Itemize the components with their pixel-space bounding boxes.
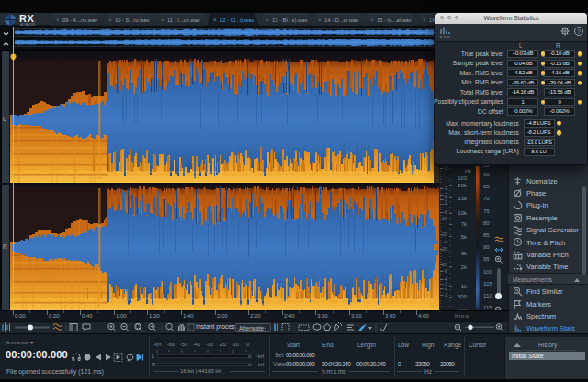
svg-text:?: ? <box>577 28 581 35</box>
